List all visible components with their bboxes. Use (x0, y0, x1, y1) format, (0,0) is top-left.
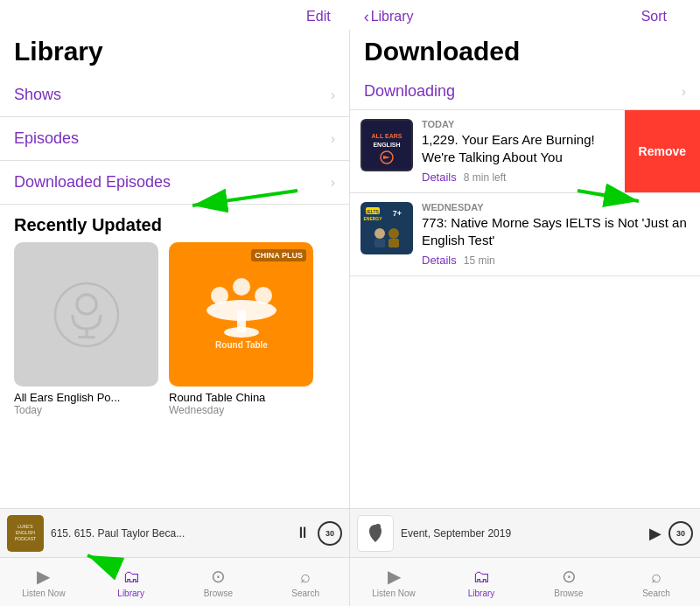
player-right[interactable]: Event, September 2019 ▶ 30 (350, 509, 700, 557)
pause-button[interactable]: ⏸ (295, 524, 311, 542)
tab-browse-left[interactable]: ⊙ Browse (175, 558, 262, 606)
sort-button[interactable]: Sort (636, 7, 672, 26)
remove-button-0[interactable]: Remove (625, 110, 700, 192)
podcast-name-1: Round Table China (169, 391, 313, 404)
search-icon-right: ⌕ (651, 567, 662, 587)
player-info-right: Event, September 2019 (401, 527, 642, 540)
play-button[interactable]: ▶ (649, 524, 662, 543)
episode-content-1[interactable]: IELTS ENERGY 7+ WEDNESDAY 773: Native (350, 193, 700, 275)
player-controls-left: ⏸ 30 (295, 521, 342, 546)
svg-rect-26 (388, 239, 399, 247)
player-thumb-left: LUKE'S ENGLISH PODCAST (7, 515, 44, 552)
tab-label-browse-right: Browse (554, 589, 583, 598)
svg-rect-25 (374, 239, 385, 247)
search-icon-left: ⌕ (300, 567, 311, 587)
downloaded-title: Downloaded (350, 30, 700, 73)
forward-badge-left[interactable]: 30 (318, 521, 342, 546)
svg-text:Round Table: Round Table (215, 340, 268, 350)
podcast-grid: All Ears English Po... Today CHINA PLUS (0, 242, 349, 416)
svg-point-10 (211, 287, 228, 304)
time-left-1: 15 min (464, 254, 495, 267)
podcast-thumb-1: CHINA PLUS (169, 242, 313, 387)
svg-point-11 (255, 287, 272, 304)
svg-text:ALL EARS: ALL EARS (372, 133, 402, 139)
podcast-date-1: Wednesday (169, 404, 313, 416)
podcast-date-0: Today (14, 404, 158, 416)
downloading-chevron-icon: › (682, 84, 686, 100)
time-left-0: 8 min left (464, 171, 507, 184)
tab-listen-now-left[interactable]: ▶ Listen Now (0, 558, 88, 606)
chevron-left-icon: ‹ (364, 8, 369, 26)
episode-day-1: WEDNESDAY (422, 202, 690, 212)
episode-item-1: IELTS ENERGY 7+ WEDNESDAY 773: Native (350, 193, 700, 276)
episode-title-1: 773: Native Morne Says IELTS is Not 'Jus… (422, 214, 690, 248)
tab-bar: ▶ Listen Now 🗂 Library ⊙ Browse ⌕ Search… (0, 557, 700, 606)
episodes-menu-item[interactable]: Episodes › (0, 117, 349, 161)
player-title-right: Event, September 2019 (401, 527, 642, 540)
downloaded-episodes-label: Downloaded Episodes (14, 173, 171, 192)
shows-chevron-icon: › (331, 87, 335, 103)
browse-icon-right: ⊙ (562, 566, 577, 587)
details-button-0[interactable]: Details (422, 171, 457, 184)
episodes-label: Episodes (14, 129, 79, 148)
podcast-card-0[interactable]: All Ears English Po... Today (14, 242, 158, 416)
downloaded-episodes-chevron-icon: › (331, 175, 335, 191)
episode-list: ALL EARS ENGLISH TODAY 1,229. Your Ears … (350, 110, 700, 508)
tab-library-right[interactable]: 🗂 Library (438, 558, 525, 606)
episode-info-0: TODAY 1,229. Your Ears Are Burning! We'r… (422, 119, 614, 184)
svg-point-9 (224, 327, 259, 338)
tab-library-left[interactable]: 🗂 Library (88, 558, 175, 606)
browse-icon-left: ⊙ (211, 566, 226, 587)
svg-text:ENGLISH: ENGLISH (16, 530, 35, 535)
tab-label-library-right: Library (468, 589, 495, 598)
player-controls-right: ▶ 30 (649, 521, 693, 546)
svg-text:ENGLISH: ENGLISH (373, 142, 400, 148)
library-icon-right: 🗂 (472, 567, 490, 587)
tab-label-listen-now-right: Listen Now (372, 589, 415, 598)
china-plus-badge: CHINA PLUS (251, 249, 306, 261)
library-menu: Shows › Episodes › Downloaded Episodes › (0, 73, 349, 205)
listen-now-icon-left: ▶ (37, 566, 50, 587)
player-left[interactable]: LUKE'S ENGLISH PODCAST 615. 615. Paul Ta… (0, 509, 350, 557)
svg-point-23 (374, 228, 385, 239)
svg-point-32 (375, 524, 381, 529)
svg-point-24 (388, 228, 399, 239)
podcast-name-0: All Ears English Po... (14, 391, 158, 404)
edit-button[interactable]: Edit (301, 7, 336, 26)
tab-search-left[interactable]: ⌕ Search (262, 558, 349, 606)
downloaded-episodes-menu-item[interactable]: Downloaded Episodes › (0, 161, 349, 205)
episodes-chevron-icon: › (331, 131, 335, 147)
tab-label-search-right: Search (642, 589, 670, 598)
nav-left: Edit (14, 7, 350, 26)
tab-section-left: ▶ Listen Now 🗂 Library ⊙ Browse ⌕ Search (0, 558, 350, 606)
nav-right: ‹ Library Sort (350, 7, 686, 26)
bottom-player: LUKE'S ENGLISH PODCAST 615. 615. Paul Ta… (0, 508, 700, 557)
tab-search-right[interactable]: ⌕ Search (612, 558, 700, 606)
episode-item-0: ALL EARS ENGLISH TODAY 1,229. Your Ears … (350, 110, 700, 193)
svg-text:7+: 7+ (393, 209, 402, 218)
episode-thumb-0: ALL EARS ENGLISH (360, 119, 413, 171)
podcast-thumb-0 (14, 242, 158, 387)
episode-content-0[interactable]: ALL EARS ENGLISH TODAY 1,229. Your Ears … (350, 110, 625, 192)
tab-browse-right[interactable]: ⊙ Browse (525, 558, 612, 606)
tab-listen-now-right[interactable]: ▶ Listen Now (350, 558, 438, 606)
tab-label-listen-now-left: Listen Now (22, 589, 65, 598)
tab-label-library-left: Library (117, 589, 144, 598)
left-panel: Library Shows › Episodes › Downloaded Ep… (0, 30, 350, 508)
player-title-left: 615. 615. Paul Taylor Beca... (51, 527, 288, 540)
main-content: Library Shows › Episodes › Downloaded Ep… (0, 30, 700, 508)
shows-menu-item[interactable]: Shows › (0, 73, 349, 117)
episode-thumb-1: IELTS ENERGY 7+ (360, 202, 413, 254)
back-button[interactable]: ‹ Library (364, 8, 414, 26)
tab-label-browse-left: Browse (204, 589, 233, 598)
details-button-1[interactable]: Details (422, 254, 457, 267)
svg-text:ENERGY: ENERGY (363, 216, 382, 221)
tab-section-right: ▶ Listen Now 🗂 Library ⊙ Browse ⌕ Search (350, 558, 700, 606)
top-nav: Edit ‹ Library Sort (0, 0, 700, 30)
forward-badge-right[interactable]: 30 (668, 521, 693, 546)
downloading-row[interactable]: Downloading › (350, 73, 700, 110)
podcast-card-1[interactable]: CHINA PLUS (169, 242, 313, 416)
recently-updated-title: Recently Updated (0, 205, 349, 242)
back-label: Library (371, 9, 414, 24)
episode-title-0: 1,229. Your Ears Are Burning! We're Talk… (422, 131, 614, 165)
